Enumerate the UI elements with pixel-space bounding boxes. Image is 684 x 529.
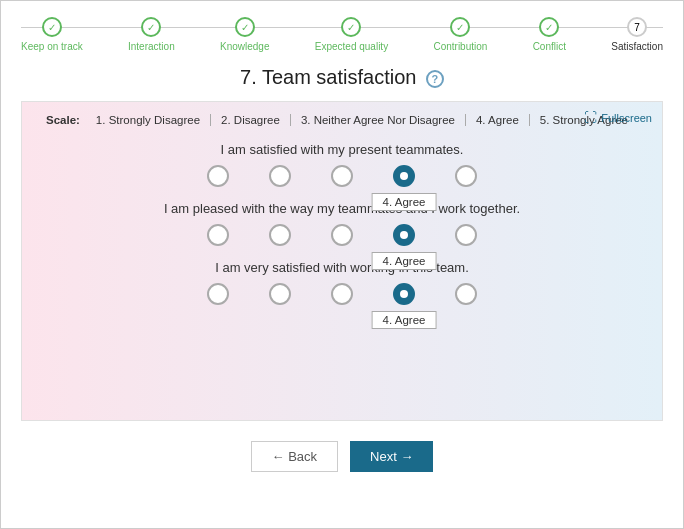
step-6[interactable]: ✓Conflict — [533, 17, 566, 52]
main-window: ✓Keep on track✓Interaction✓Knowledge✓Exp… — [0, 0, 684, 529]
radio-container-2-4: 4. Agree — [393, 224, 415, 246]
radio-row-3: 4. Agree — [38, 283, 646, 305]
scale-row: Scale: 1. Strongly Disagree2. Disagree3.… — [38, 114, 646, 126]
radio-3-4[interactable] — [393, 283, 415, 305]
question-block-1: I am satisfied with my present teammates… — [38, 142, 646, 187]
back-button[interactable]: ← Back — [251, 441, 339, 472]
button-row: ← Back Next → — [21, 441, 663, 472]
question-text-3: I am very satisfied with working in this… — [38, 260, 646, 275]
step-3[interactable]: ✓Knowledge — [220, 17, 269, 52]
radio-1-4[interactable] — [393, 165, 415, 187]
step-2[interactable]: ✓Interaction — [128, 17, 175, 52]
radio-1-2[interactable] — [269, 165, 291, 187]
radio-1-1[interactable] — [207, 165, 229, 187]
tooltip-3: 4. Agree — [372, 311, 437, 329]
radio-container-3-3 — [331, 283, 353, 305]
fullscreen-label: Fullscreen — [601, 112, 652, 124]
step-label-3: Knowledge — [220, 41, 269, 52]
scale-item-4: 4. Agree — [466, 114, 530, 126]
progress-bar: ✓Keep on track✓Interaction✓Knowledge✓Exp… — [21, 17, 663, 52]
question-block-3: I am very satisfied with working in this… — [38, 260, 646, 305]
radio-container-2-5 — [455, 224, 477, 246]
radio-container-3-4: 4. Agree — [393, 283, 415, 305]
step-label-7: Satisfaction — [611, 41, 663, 52]
questions-container: I am satisfied with my present teammates… — [38, 142, 646, 305]
scale-label: Scale: — [46, 114, 80, 126]
step-label-2: Interaction — [128, 41, 175, 52]
radio-row-1: 4. Agree — [38, 165, 646, 187]
scale-item-3: 3. Neither Agree Nor Disagree — [291, 114, 466, 126]
step-label-1: Keep on track — [21, 41, 83, 52]
radio-2-3[interactable] — [331, 224, 353, 246]
scale-item-2: 2. Disagree — [211, 114, 291, 126]
radio-container-2-1 — [207, 224, 229, 246]
radio-2-5[interactable] — [455, 224, 477, 246]
radio-3-1[interactable] — [207, 283, 229, 305]
step-5[interactable]: ✓Contribution — [433, 17, 487, 52]
scale-item-1: 1. Strongly Disagree — [86, 114, 211, 126]
radio-1-3[interactable] — [331, 165, 353, 187]
radio-2-1[interactable] — [207, 224, 229, 246]
fullscreen-button[interactable]: ⛶ Fullscreen — [584, 110, 652, 125]
tooltip-2: 4. Agree — [372, 252, 437, 270]
step-label-4: Expected quality — [315, 41, 388, 52]
radio-2-2[interactable] — [269, 224, 291, 246]
title-text: 7. Team satisfaction — [240, 66, 416, 88]
page-title: 7. Team satisfaction ? — [21, 66, 663, 89]
radio-1-5[interactable] — [455, 165, 477, 187]
radio-3-5[interactable] — [455, 283, 477, 305]
fullscreen-icon: ⛶ — [584, 110, 597, 125]
survey-area: ⛶ Fullscreen Scale: 1. Strongly Disagree… — [21, 101, 663, 421]
radio-container-3-1 — [207, 283, 229, 305]
question-text-2: I am pleased with the way my teammates a… — [38, 201, 646, 216]
next-button[interactable]: Next → — [350, 441, 433, 472]
question-block-2: I am pleased with the way my teammates a… — [38, 201, 646, 246]
question-text-1: I am satisfied with my present teammates… — [38, 142, 646, 157]
radio-3-2[interactable] — [269, 283, 291, 305]
radio-container-1-1 — [207, 165, 229, 187]
radio-container-3-2 — [269, 283, 291, 305]
radio-container-2-2 — [269, 224, 291, 246]
radio-3-3[interactable] — [331, 283, 353, 305]
help-icon[interactable]: ? — [426, 70, 444, 88]
step-7[interactable]: 7Satisfaction — [611, 17, 663, 52]
radio-container-1-3 — [331, 165, 353, 187]
radio-container-3-5 — [455, 283, 477, 305]
radio-container-1-5 — [455, 165, 477, 187]
radio-container-1-2 — [269, 165, 291, 187]
radio-container-1-4: 4. Agree — [393, 165, 415, 187]
step-4[interactable]: ✓Expected quality — [315, 17, 388, 52]
radio-2-4[interactable] — [393, 224, 415, 246]
step-1[interactable]: ✓Keep on track — [21, 17, 83, 52]
step-label-6: Conflict — [533, 41, 566, 52]
radio-row-2: 4. Agree — [38, 224, 646, 246]
radio-container-2-3 — [331, 224, 353, 246]
tooltip-1: 4. Agree — [372, 193, 437, 211]
step-label-5: Contribution — [433, 41, 487, 52]
